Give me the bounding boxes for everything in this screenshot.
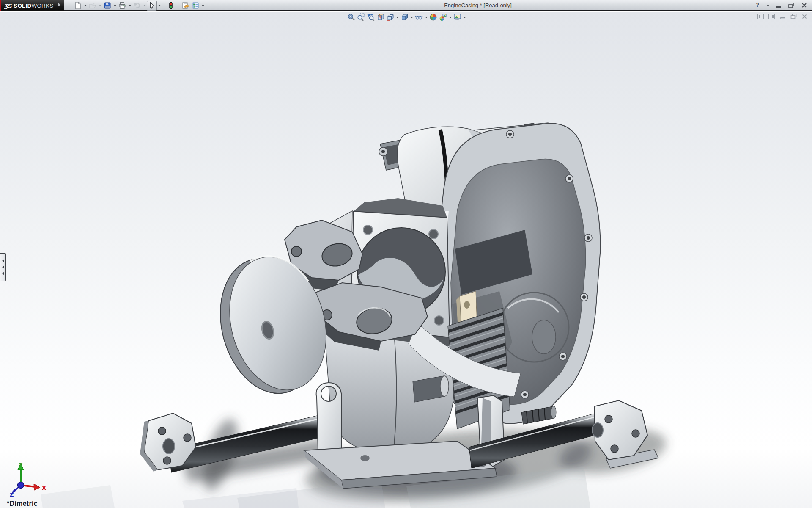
rebuild-button[interactable] (166, 1, 176, 11)
brand-text-rest: WORKS (31, 3, 53, 9)
menu-expand-arrow[interactable] (58, 3, 63, 7)
window-title: EngineCasing * [Read-only] (203, 0, 753, 10)
new-document-icon (74, 2, 82, 9)
triad-x-label: X (42, 485, 46, 491)
view-orientation-label: *Dimetric (7, 500, 38, 508)
help-button[interactable]: ? (755, 0, 760, 11)
triad-y-label: Y (18, 461, 23, 468)
new-button[interactable] (73, 1, 83, 11)
save-button[interactable] (102, 1, 112, 11)
close-button[interactable] (801, 0, 808, 11)
save-floppy-icon (104, 2, 111, 9)
save-dropdown-arrow[interactable] (112, 1, 117, 11)
open-button[interactable] (88, 1, 98, 11)
close-icon (801, 3, 807, 8)
solidworks-logo: ƷS SOLIDWORKS (0, 0, 64, 11)
window-controls: ? (755, 0, 808, 11)
minimize-button[interactable] (776, 0, 782, 11)
triad-z-label: Z (10, 491, 14, 497)
undo-dropdown-arrow[interactable] (142, 1, 147, 11)
file-properties-icon (181, 2, 189, 9)
new-dropdown-arrow[interactable] (83, 1, 88, 11)
orientation-triad: Y X Z (6, 461, 49, 497)
file-properties-button[interactable] (180, 1, 190, 11)
options-icon (192, 2, 199, 9)
main-toolbar (73, 0, 205, 11)
undo-button[interactable] (132, 1, 142, 11)
engine-casing-model[interactable] (0, 12, 812, 508)
help-dropdown-arrow[interactable] (765, 0, 770, 10)
restore-icon (788, 3, 794, 8)
print-button[interactable] (117, 1, 127, 11)
rebuild-traffic-light-icon (167, 2, 175, 9)
open-folder-icon (89, 2, 96, 9)
solidworks-logo-icon: ƷS (4, 2, 11, 9)
open-dropdown-arrow[interactable] (98, 1, 102, 11)
undo-icon (133, 2, 141, 9)
print-icon (118, 2, 126, 9)
select-cursor-icon (148, 2, 156, 9)
restore-button[interactable] (787, 0, 795, 11)
graphics-area[interactable]: Y X Z *Dimetric (0, 12, 812, 508)
print-dropdown-arrow[interactable] (127, 1, 132, 11)
options-button[interactable] (190, 1, 200, 11)
titlebar: ƷS SOLIDWORKS (0, 0, 812, 11)
solidworks-window: ƷS SOLIDWORKS (0, 0, 812, 508)
brand-text-bold: SOLID (14, 3, 31, 9)
select-button[interactable] (147, 1, 157, 11)
select-dropdown-arrow[interactable] (157, 1, 162, 11)
